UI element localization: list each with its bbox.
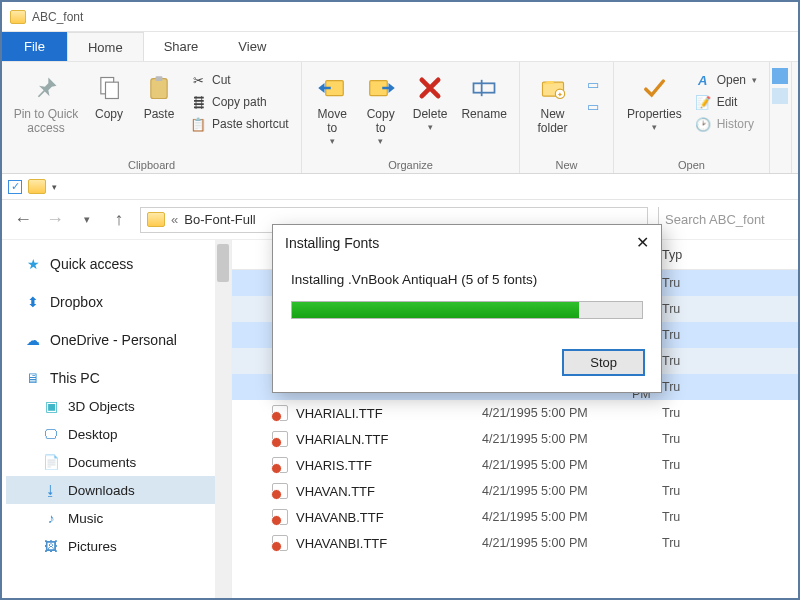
quick-access-bar: ✓ ▾: [2, 174, 798, 200]
history-icon: 🕑: [695, 116, 711, 132]
font-file-icon: [272, 405, 288, 421]
pc-icon: 🖥: [24, 370, 42, 386]
file-type: Tru: [662, 354, 798, 368]
installing-fonts-dialog: Installing Fonts ✕ Installing .VnBook An…: [272, 224, 662, 393]
copy-to-icon: [365, 72, 397, 104]
delete-icon: [414, 72, 446, 104]
scrollbar-thumb[interactable]: [217, 244, 229, 282]
new-item-button[interactable]: ▭: [581, 74, 605, 94]
copy-path-button[interactable]: 🛤Copy path: [186, 92, 293, 112]
address-overflow: «: [171, 212, 178, 227]
menu-file[interactable]: File: [2, 32, 67, 61]
easy-access-button[interactable]: ▭: [581, 96, 605, 116]
move-to-button[interactable]: Move to▾: [310, 66, 354, 146]
close-button[interactable]: ✕: [636, 233, 649, 252]
music-icon: ♪: [42, 510, 60, 526]
copy-button[interactable]: Copy: [86, 66, 132, 122]
pictures-icon: 🖼: [42, 538, 60, 554]
edit-button[interactable]: 📝Edit: [691, 92, 761, 112]
file-name: VHAVANBI.TTF: [296, 536, 387, 551]
svg-rect-2: [151, 79, 167, 99]
file-row[interactable]: VHARIS.TTF4/21/1995 5:00 PMTru: [232, 452, 798, 478]
copy-to-button[interactable]: Copy to▾: [358, 66, 402, 146]
back-button[interactable]: ←: [12, 209, 34, 231]
file-type: Tru: [662, 302, 798, 316]
pin-to-quick-access-button[interactable]: Pin to Quick access: [10, 66, 82, 136]
file-name: VHAVAN.TTF: [296, 484, 375, 499]
recent-locations-button[interactable]: ▾: [76, 209, 98, 231]
search-placeholder: Search ABC_font: [665, 212, 765, 227]
select-all-checkbox[interactable]: ✓: [8, 180, 22, 194]
group-label: Open: [622, 157, 761, 171]
3d-icon: ▣: [42, 398, 60, 414]
label: Dropbox: [50, 294, 103, 310]
search-input[interactable]: Search ABC_font: [658, 207, 788, 233]
file-row[interactable]: VHARIALN.TTF4/21/1995 5:00 PMTru: [232, 426, 798, 452]
select-all-icon[interactable]: [772, 68, 788, 84]
sidebar-item-quick-access[interactable]: ★Quick access: [6, 250, 227, 278]
stop-button[interactable]: Stop: [562, 349, 645, 376]
file-date: 4/21/1995 5:00 PM: [482, 406, 662, 420]
shortcut-icon: 📋: [190, 116, 206, 132]
sidebar-item-downloads[interactable]: ⭳Downloads: [6, 476, 227, 504]
sidebar-item-onedrive[interactable]: ☁OneDrive - Personal: [6, 326, 227, 354]
label: Copy to: [367, 108, 395, 136]
label: Documents: [68, 455, 136, 470]
file-row[interactable]: VHAVANB.TTF4/21/1995 5:00 PMTru: [232, 504, 798, 530]
properties-button[interactable]: Properties▾: [622, 66, 687, 132]
ribbon: Pin to Quick access Copy Paste ✂Cut 🛤Cop…: [2, 62, 798, 174]
sidebar-item-this-pc[interactable]: 🖥This PC: [6, 364, 227, 392]
sidebar-scrollbar[interactable]: [215, 240, 231, 598]
sidebar-item-pictures[interactable]: 🖼Pictures: [6, 532, 227, 560]
paste-button[interactable]: Paste: [136, 66, 182, 122]
col-type[interactable]: Typ: [662, 248, 798, 262]
label: Open: [717, 73, 746, 87]
forward-button[interactable]: →: [44, 209, 66, 231]
sidebar-item-desktop[interactable]: 🖵Desktop: [6, 420, 227, 448]
label: Paste shortcut: [212, 117, 289, 131]
scissors-icon: ✂: [190, 72, 206, 88]
new-folder-button[interactable]: ✦ New folder: [528, 66, 577, 136]
sidebar-item-3d-objects[interactable]: ▣3D Objects: [6, 392, 227, 420]
label: Copy path: [212, 95, 267, 109]
paste-shortcut-button[interactable]: 📋Paste shortcut: [186, 114, 293, 134]
menu-view[interactable]: View: [218, 32, 286, 61]
breadcrumb[interactable]: Bo-Font-Full: [184, 212, 256, 227]
rename-icon: [468, 72, 500, 104]
file-row[interactable]: VHAVANBI.TTF4/21/1995 5:00 PMTru: [232, 530, 798, 556]
path-icon: 🛤: [190, 94, 206, 110]
label: Cut: [212, 73, 231, 87]
properties-icon: [638, 72, 670, 104]
dropbox-icon: ⬍: [24, 294, 42, 310]
rename-button[interactable]: Rename: [457, 66, 511, 122]
file-row[interactable]: VHAVAN.TTF4/21/1995 5:00 PMTru: [232, 478, 798, 504]
cut-button[interactable]: ✂Cut: [186, 70, 293, 90]
file-date: 4/21/1995 5:00 PM: [482, 536, 662, 550]
chevron-down-icon[interactable]: ▾: [52, 182, 57, 192]
menu-share[interactable]: Share: [144, 32, 219, 61]
downloads-icon: ⭳: [42, 482, 60, 498]
history-button[interactable]: 🕑History: [691, 114, 761, 134]
select-none-icon[interactable]: [772, 88, 788, 104]
file-row[interactable]: VHARIALI.TTF4/21/1995 5:00 PMTru: [232, 400, 798, 426]
label: Delete: [413, 108, 448, 122]
window-title: ABC_font: [32, 10, 83, 24]
label: Pin to Quick access: [14, 108, 79, 136]
file-type: Tru: [662, 510, 798, 524]
file-name: VHARIALN.TTF: [296, 432, 388, 447]
sidebar-item-dropbox[interactable]: ⬍Dropbox: [6, 288, 227, 316]
svg-rect-1: [106, 82, 119, 98]
folder-icon: [10, 10, 26, 24]
open-button[interactable]: AOpen ▾: [691, 70, 761, 90]
open-icon: A: [695, 72, 711, 88]
sidebar-item-music[interactable]: ♪Music: [6, 504, 227, 532]
menu-tabs: File Home Share View: [2, 32, 798, 62]
file-type: Tru: [662, 406, 798, 420]
label: Copy: [95, 108, 123, 122]
menu-home[interactable]: Home: [67, 32, 144, 61]
svg-text:✦: ✦: [557, 91, 563, 98]
sidebar-item-documents[interactable]: 📄Documents: [6, 448, 227, 476]
delete-button[interactable]: Delete▾: [407, 66, 453, 132]
font-file-icon: [272, 483, 288, 499]
up-button[interactable]: ↑: [108, 209, 130, 231]
